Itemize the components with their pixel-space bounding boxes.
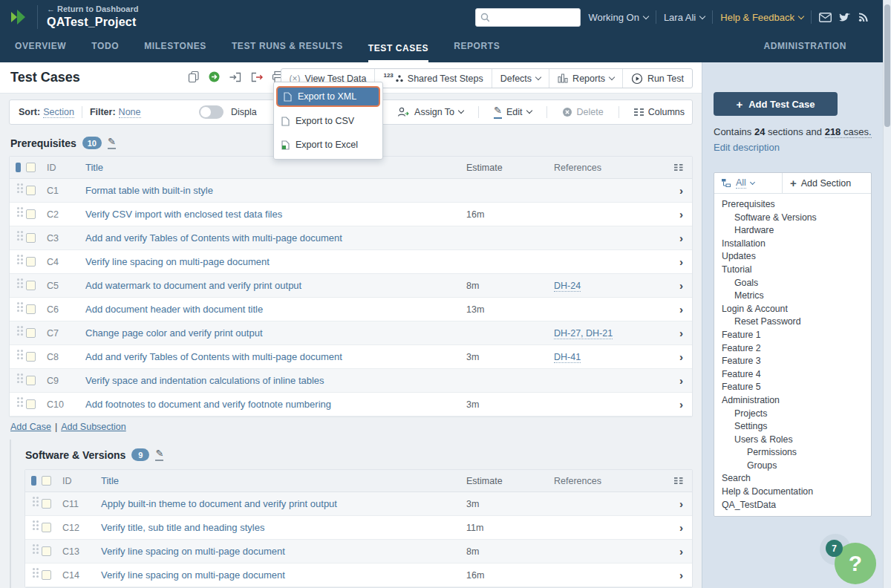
row-checkbox[interactable] [26, 328, 47, 338]
row-checkbox[interactable] [26, 376, 47, 385]
case-title-link[interactable]: Add footnotes to document and verify foo… [85, 399, 466, 410]
row-chevron-icon[interactable]: › [665, 521, 692, 534]
row-chevron-icon[interactable]: › [665, 303, 692, 316]
edit-description-link[interactable]: Edit description [714, 142, 780, 153]
case-title-link[interactable]: Apply built-in theme to document and ver… [101, 498, 466, 509]
row-chevron-icon[interactable]: › [665, 374, 692, 387]
case-row[interactable]: C8 Add and verify Tables of Contents wit… [10, 345, 692, 369]
row-chevron-icon[interactable]: › [665, 255, 692, 268]
tree-filter-all[interactable]: All [714, 173, 783, 193]
row-checkbox[interactable] [26, 399, 47, 409]
row-checkbox[interactable] [26, 257, 47, 267]
mail-icon[interactable] [819, 13, 832, 22]
case-title-link[interactable]: Verify line spacing on multi-page docume… [101, 569, 466, 581]
filter-value-link[interactable]: None [119, 107, 141, 118]
case-references-link[interactable]: DH-41 [554, 352, 665, 362]
edit-button[interactable]: ✎Edit [494, 105, 531, 118]
tree-item[interactable]: Settings [714, 420, 871, 434]
tree-item[interactable]: Projects [714, 408, 871, 421]
column-header-title[interactable]: Title [85, 162, 466, 173]
reports-button[interactable]: Reports [549, 69, 622, 88]
case-title-link[interactable]: Verify line spacing on multi-page docume… [85, 256, 466, 267]
case-row[interactable]: C14 Verify line spacing on multi-page do… [25, 564, 692, 587]
tree-item[interactable]: QA_TestData [714, 499, 871, 512]
case-row[interactable]: C5 Add watermark to document and verify … [10, 274, 692, 298]
case-row[interactable]: C9 Verify space and indentation calculat… [10, 369, 692, 393]
add-subsection-link[interactable]: Add Subsection [61, 422, 126, 432]
case-row[interactable]: C4 Verify line spacing on multi-page doc… [10, 250, 692, 274]
row-checkbox[interactable] [42, 570, 62, 580]
tree-item[interactable]: Feature 4 [714, 368, 871, 382]
row-chevron-icon[interactable]: › [665, 350, 692, 363]
scrollbar-thumb[interactable] [884, 4, 890, 127]
case-row[interactable]: C13 Verify line spacing on multi-page do… [25, 540, 692, 564]
case-title-link[interactable]: Add and verify Tables of Contents with m… [85, 232, 466, 244]
case-title-link[interactable]: Format table with built-in style [85, 185, 466, 196]
tree-item[interactable]: Search [714, 472, 871, 486]
row-checkbox[interactable] [26, 281, 47, 290]
copy-icon[interactable] [188, 71, 200, 83]
menu-item-export-excel[interactable]: Export to Excel [274, 133, 382, 157]
tab-test-runs-results[interactable]: TEST RUNS & RESULTS [232, 41, 343, 62]
assign-to-button[interactable]: Assign To [397, 107, 463, 117]
row-checkbox[interactable] [26, 186, 47, 195]
select-all-checkbox[interactable] [26, 163, 47, 172]
case-row[interactable]: C2 Verify CSV import with enclosed test … [10, 203, 692, 226]
run-test-button[interactable]: Run Test [622, 69, 692, 88]
row-chevron-icon[interactable]: › [665, 398, 692, 411]
display-toggle[interactable] [199, 105, 223, 119]
row-checkbox[interactable] [26, 304, 47, 314]
tree-item[interactable]: Feature 3 [714, 355, 871, 368]
case-title-link[interactable]: Verify line spacing on multi-page docume… [101, 546, 466, 557]
case-references-link[interactable]: DH-27, DH-21 [554, 328, 665, 339]
case-row[interactable]: C6 Add document header with document tit… [10, 298, 692, 321]
page-scrollbar[interactable] [883, 0, 891, 588]
case-title-link[interactable]: Add document header with document title [85, 304, 466, 315]
return-to-dashboard-link[interactable]: ← Return to Dashboard [47, 4, 138, 15]
working-on-menu[interactable]: Working On [588, 12, 647, 23]
row-chevron-icon[interactable]: › [665, 545, 692, 558]
columns-config-icon[interactable] [665, 161, 692, 174]
row-chevron-icon[interactable]: › [665, 208, 692, 220]
tree-item[interactable]: Tutorial [714, 264, 871, 277]
case-title-link[interactable]: Verify space and indentation calculation… [85, 375, 466, 386]
tree-item[interactable]: Feature 5 [714, 381, 871, 394]
shared-test-steps-button[interactable]: 123 Shared Test Steps [374, 69, 491, 88]
case-references-link[interactable]: DH-24 [554, 281, 665, 291]
user-menu[interactable]: Lara Ali [664, 12, 705, 23]
tree-item[interactable]: Groups [714, 460, 871, 473]
row-checkbox[interactable] [42, 499, 62, 509]
column-header-estimate[interactable]: Estimate [466, 476, 554, 486]
column-header-references[interactable]: References [554, 476, 665, 486]
add-case-link[interactable]: Add Case [10, 422, 51, 432]
twitter-icon[interactable] [839, 13, 851, 22]
case-title-link[interactable]: Verify CSV import with enclosed test dat… [85, 209, 466, 220]
menu-item-export-csv[interactable]: Export to CSV [274, 109, 382, 133]
row-checkbox[interactable] [42, 523, 62, 532]
import-cases-icon[interactable] [229, 71, 242, 83]
tab-administration[interactable]: ADMINISTRATION [763, 41, 846, 62]
row-chevron-icon[interactable]: › [665, 327, 692, 339]
defects-button[interactable]: Defects [492, 69, 549, 88]
tree-item[interactable]: Prerequisites [714, 198, 871, 212]
columns-button[interactable]: Columns [634, 107, 685, 117]
search-input[interactable] [492, 12, 576, 22]
tree-item[interactable]: Goals [714, 277, 871, 290]
column-header-references[interactable]: References [554, 163, 665, 173]
add-result-icon[interactable] [208, 71, 221, 83]
row-chevron-icon[interactable]: › [665, 497, 692, 510]
case-title-link[interactable]: Add and verify Tables of Contents with m… [85, 351, 466, 362]
menu-item-export-xml[interactable]: Export to XML [276, 86, 380, 107]
tab-todo[interactable]: TODO [91, 41, 119, 62]
edit-section-icon[interactable]: ✎ [108, 137, 116, 149]
column-header-id[interactable]: ID [47, 163, 85, 173]
case-row[interactable]: C7 Change page color and verify print ou… [10, 321, 692, 345]
case-title-link[interactable]: Add watermark to document and verify pri… [85, 280, 466, 291]
column-header-id[interactable]: ID [62, 476, 101, 486]
columns-config-icon[interactable] [665, 474, 692, 487]
tree-item[interactable]: Feature 1 [714, 329, 871, 342]
tree-item[interactable]: Software & Versions [714, 212, 871, 225]
tab-test-cases[interactable]: TEST CASES [368, 43, 428, 62]
case-row[interactable]: C10 Add footnotes to document and verify… [10, 393, 692, 416]
tree-item[interactable]: Users & Roles [714, 434, 871, 447]
